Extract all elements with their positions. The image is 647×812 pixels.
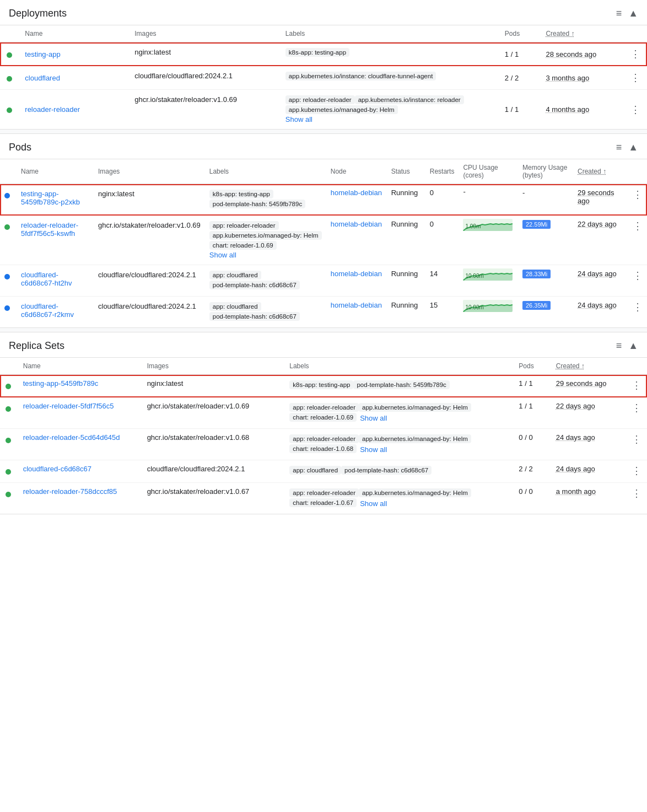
actions-cell[interactable]: ⋮ [626,397,647,429]
more-icon[interactable]: ⋮ [633,302,643,313]
node-cell: homelab-debian [326,216,387,265]
more-icon[interactable]: ⋮ [630,104,640,115]
node-cell: homelab-debian [326,184,387,216]
node-link[interactable]: homelab-debian [331,220,382,228]
created-cell: 29 seconds ago [573,184,628,216]
show-all-link[interactable]: Show all [285,115,312,123]
more-icon[interactable]: ⋮ [633,270,643,281]
actions-cell[interactable]: ⋮ [628,265,647,297]
status-cell [0,429,19,460]
deployment-link[interactable]: cloudflared [25,74,60,82]
created-cell: 4 months ago [541,90,623,130]
pod-link[interactable]: cloudflared-c6d68c67-r2kmv [21,302,74,319]
pods-cell: 1 / 1 [500,90,542,130]
name-cell: testing-app-5459fb789c [19,375,143,397]
actions-cell[interactable]: ⋮ [626,429,647,460]
actions-cell[interactable]: ⋮ [624,66,647,90]
replica-sets-controls: ≡ ▲ [616,340,638,352]
show-all-link[interactable]: Show all [360,414,387,422]
label-chip: chart: reloader-1.0.69 [209,241,277,250]
status-dot [4,274,10,279]
node-link[interactable]: homelab-debian [331,189,382,197]
label-chip: pod-template-hash: c6d68c67 [209,312,300,321]
actions-cell[interactable]: ⋮ [628,184,647,216]
pods-cell: 1 / 1 [514,397,551,429]
status-cell [0,297,17,328]
deployments-filter-icon[interactable]: ≡ [616,8,622,19]
replica-sets-filter-icon[interactable]: ≡ [616,340,622,352]
more-icon[interactable]: ⋮ [633,221,643,232]
label-chip: app: reloader-reloader [289,403,359,412]
pods-chevron-icon[interactable]: ▲ [628,142,638,153]
table-row: cloudflared-c6d68c67-r2kmv cloudflare/cl… [0,297,647,328]
node-link[interactable]: homelab-debian [331,301,382,309]
image-label: ghcr.io/stakater/reloader:v1.0.67 [147,487,281,496]
label-chip: chart: reloader-1.0.68 [289,444,357,453]
restarts-cell: 0 [425,184,459,216]
name-cell: reloader-reloader-5fdf7f56c5-kswfh [17,216,94,265]
actions-cell[interactable]: ⋮ [626,460,647,483]
pods-cell: 0 / 0 [514,483,551,514]
more-icon[interactable]: ⋮ [632,380,641,391]
replica-set-link[interactable]: cloudflared-c6d68c67 [23,465,91,473]
label-chip: k8s-app: testing-app [285,48,349,57]
show-all-link[interactable]: Show all [209,251,236,259]
cpu-chart: 10.00m [463,268,513,281]
table-row: reloader-reloader-5fdf7f56c5-kswfh ghcr.… [0,216,647,265]
th-pods-d: Pods [500,25,542,42]
images-cell: nginx:latest [94,184,205,216]
th-status-p [0,159,17,184]
replica-set-link[interactable]: reloader-reloader-5cd64d645d [23,433,120,442]
restarts-cell: 14 [425,265,459,297]
more-icon[interactable]: ⋮ [632,434,641,445]
replica-set-link[interactable]: reloader-reloader-5fdf7f56c5 [23,402,114,410]
image-label: ghcr.io/stakater/reloader:v1.0.69 [98,221,201,229]
more-icon[interactable]: ⋮ [630,49,640,60]
actions-cell[interactable]: ⋮ [624,90,647,130]
cpu-value: - [463,187,465,196]
deployment-link[interactable]: reloader-reloader [25,105,80,114]
status-cell [0,483,19,514]
table-row: reloader-reloader-5fdf7f56c5 ghcr.io/sta… [0,397,647,429]
show-all-link[interactable]: Show all [360,499,387,508]
label-chip: app.kubernetes.io/managed-by: Helm [285,105,398,114]
images-cell: nginx:latest [143,375,285,397]
created-cell: 24 days ago [552,429,626,460]
more-icon[interactable]: ⋮ [632,402,641,413]
pods-table: Name Images Labels Node Status Restarts … [0,159,647,327]
replica-sets-chevron-icon[interactable]: ▲ [628,340,638,352]
th-actions-r [626,358,647,375]
more-icon[interactable]: ⋮ [630,72,640,83]
pods-filter-icon[interactable]: ≡ [616,142,622,153]
label-chip: k8s-app: testing-app [209,190,273,198]
th-pods-r: Pods [514,358,551,375]
replica-set-link[interactable]: testing-app-5459fb789c [23,379,99,388]
show-all-link[interactable]: Show all [360,445,387,454]
actions-cell[interactable]: ⋮ [628,216,647,265]
deployments-title: Deployments [9,8,67,19]
images-cell: nginx:latest [130,42,281,66]
more-icon[interactable]: ⋮ [632,465,641,476]
deployment-link[interactable]: testing-app [25,50,60,58]
cpu-label: 1.00m [465,223,481,229]
more-icon[interactable]: ⋮ [632,488,641,499]
actions-cell[interactable]: ⋮ [626,375,647,397]
replica-sets-thead: Name Images Labels Pods Created ↑ [0,358,647,375]
status-dot [7,107,12,113]
actions-cell[interactable]: ⋮ [628,297,647,328]
replica-set-link[interactable]: reloader-reloader-758dcccf85 [23,487,117,496]
created-cell: 22 days ago [552,397,626,429]
deployments-chevron-icon[interactable]: ▲ [628,8,638,19]
labels-cell: app: reloader-reloaderapp.kubernetes.io/… [281,90,500,130]
created-cell: 24 days ago [573,265,628,297]
pod-link[interactable]: cloudflared-c6d68c67-ht2hv [21,271,72,287]
pod-link[interactable]: reloader-reloader-5fdf7f56c5-kswfh [21,221,78,238]
images-cell: cloudflare/cloudflared:2024.2.1 [143,460,285,483]
node-link[interactable]: homelab-debian [331,270,382,278]
status-cell [0,265,17,297]
actions-cell[interactable]: ⋮ [626,483,647,514]
pod-link[interactable]: testing-app-5459fb789c-p2xkb [21,190,80,206]
cpu-cell: 10.00m [459,265,518,297]
actions-cell[interactable]: ⋮ [624,42,647,66]
more-icon[interactable]: ⋮ [633,189,643,200]
